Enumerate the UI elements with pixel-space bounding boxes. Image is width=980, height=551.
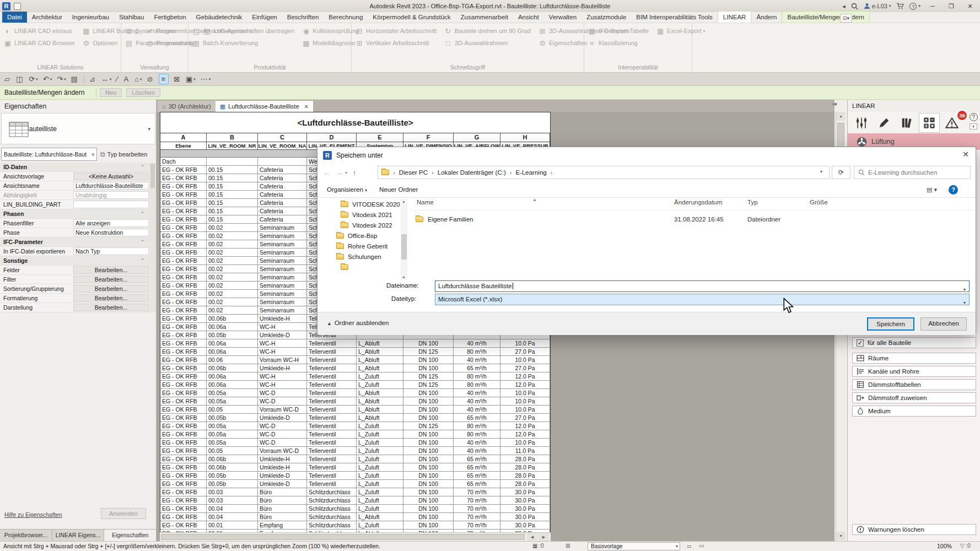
property-row[interactable]: DarstellungBearbeiten... [0, 303, 150, 312]
tab-linear-eigenschaften[interactable]: LINEAR Eigens... [52, 530, 105, 541]
daemmstofftabellen-button[interactable]: Dämmstofftabellen [852, 379, 976, 390]
ribbon-tab[interactable]: Zusatzmodule [581, 12, 631, 23]
property-row[interactable]: LIN_BUILDING_PART [0, 200, 150, 209]
linear-dropdown-icon[interactable]: ▼ [970, 123, 977, 129]
scroll-down-icon[interactable]: ▼ [836, 532, 846, 541]
linear-help-icon[interactable]: ? [970, 113, 978, 121]
property-row[interactable]: Sortierung/GruppierungBearbeiten... [0, 284, 150, 294]
folder-item[interactable]: VITODESK 2020 [320, 199, 401, 209]
ribbon-button[interactable]: ▦IFC-Import-Tabelle [588, 25, 650, 37]
ribbon-collapse-icon[interactable]: ⊡▾ [840, 14, 852, 23]
recent-locations-icon[interactable]: ▾ [345, 170, 347, 175]
save-icon[interactable]: ◫ [16, 75, 24, 83]
view-mode-icon[interactable]: ▤ ▾ [927, 186, 937, 193]
chevron-down-icon[interactable]: ▾ [148, 126, 150, 132]
new-folder-button[interactable]: Neuer Ordner [379, 186, 418, 193]
column-type[interactable]: Typ [747, 199, 758, 206]
ribbon-tab[interactable]: Architektur [27, 12, 67, 23]
default-3d-view-icon[interactable]: ⌂▾ [134, 75, 142, 83]
property-row[interactable]: AbhängigkeitUnabhängig [0, 191, 150, 200]
property-row[interactable]: In IFC-Datei exportierenNach Typ [0, 247, 150, 256]
column-letter[interactable]: B [207, 133, 258, 142]
design-options-select[interactable]: Basisvorlage▾ [588, 542, 680, 550]
column-letter[interactable]: H [500, 133, 550, 142]
ribbon-tab[interactable]: LINEAR [718, 11, 752, 23]
search-icon[interactable] [851, 3, 858, 10]
ribbon-button[interactable]: ◫Ansichtseigenschaften übertragen [192, 25, 296, 37]
text-icon[interactable]: A [123, 75, 130, 83]
checkbox-checked-icon[interactable]: ✓ [857, 339, 864, 347]
ribbon-tab[interactable]: Bauteilliste/Mengen ändern [782, 11, 869, 23]
separator[interactable] [84, 75, 84, 83]
scroll-up-icon[interactable]: ▲ [402, 199, 406, 203]
schedule-row[interactable]: EG - OK RFB00.06Vorraum WC-HTellerventil… [160, 356, 550, 364]
property-row[interactable]: FelderBearbeiten... [0, 266, 150, 275]
folder-item[interactable] [320, 262, 401, 272]
print-icon[interactable]: ▤ [71, 75, 79, 83]
ribbon-button[interactable]: ⊟Horizontaler Arbeitsschnitt [355, 25, 438, 37]
ribbon-button[interactable]: ▦Excel-Export▾ [656, 25, 705, 37]
chevron-down-icon[interactable]: ▾ [963, 298, 966, 308]
schedule-row[interactable]: EG - OK RFB00.03BüroSchlitzdurchlassL_Zu… [160, 496, 550, 505]
property-row[interactable]: PhasenfilterAlle anzeigen [0, 219, 150, 228]
ribbon-tab[interactable]: Körpermodell & Grundstück [368, 12, 455, 23]
detail-line-icon[interactable]: ∕ [116, 75, 119, 83]
scrollbar-thumb[interactable] [837, 123, 844, 148]
ribbon-tab[interactable]: Ändern [751, 12, 782, 23]
schedule-row[interactable]: EG - OK RFB00.04BüroSchlitzdurchlassL_Ab… [160, 513, 550, 521]
measure-icon[interactable]: ⊿ [89, 75, 96, 83]
property-row[interactable]: ID-Daten [0, 163, 150, 172]
scroll-up-icon[interactable]: ▲ [836, 112, 846, 121]
editing-requests-icon[interactable]: ▦ :0 [532, 543, 544, 549]
view-tab-overflow-icon[interactable]: ≡▾ [832, 101, 837, 107]
schedule-row[interactable]: EG - OK RFB00.05aWC-DTellerventilL_Zuluf… [160, 430, 550, 439]
app-store-cart-icon[interactable] [896, 3, 904, 9]
schedule-row[interactable]: EG - OK RFB00.05aWC-DTellerventilL_Zuluf… [160, 439, 550, 447]
schedule-row[interactable]: EG - OK RFB00.06bUmkleide-HTellerventilL… [160, 455, 550, 463]
schedule-row[interactable]: EG - OK RFB00.03BüroSchlitzdurchlassL_Zu… [160, 488, 550, 496]
ribbon-tab[interactable]: Fertigbeton [149, 12, 191, 23]
schedule-row[interactable]: EG - OK RFB00.05bUmkleide-DTellerventilL… [160, 480, 550, 488]
customize-qat-icon[interactable]: ⋯▾ [201, 75, 211, 83]
ribbon-tab[interactable]: Zusammenarbeit [456, 12, 513, 23]
library-books-icon[interactable] [896, 113, 917, 133]
property-row[interactable]: FormatierungBearbeiten... [0, 294, 150, 303]
medium-button[interactable]: Medium [852, 406, 976, 417]
property-row[interactable]: PhaseNeue Konstruktion [0, 228, 150, 237]
thin-lines-icon[interactable]: ≡ [159, 74, 169, 84]
horizontal-scrollbar[interactable]: ◀ ▶ [160, 532, 551, 541]
apply-button[interactable]: Anwenden [101, 508, 146, 519]
kanaele-und-rohre-button[interactable]: Kanäle und Rohre [852, 366, 976, 377]
scrollbar-thumb[interactable] [401, 234, 407, 260]
ribbon-tab[interactable]: Berechnung [324, 12, 368, 23]
calculation-grid-icon[interactable] [919, 113, 940, 133]
ribbon-button[interactable]: ▧Batch-Konvertierung [192, 37, 296, 49]
column-letter[interactable]: D [307, 133, 357, 142]
schedule-row[interactable]: EG - OK RFB00.05bUmkleide-DTellerventilL… [160, 472, 550, 480]
column-header[interactable]: LIN_VE_ROOM_NA [258, 142, 307, 150]
close-view-icon[interactable]: ✕ [304, 104, 309, 110]
worksets-icon[interactable]: ⊞ [566, 543, 570, 549]
schedule-row[interactable]: EG - OK RFB00.05aWC-DTellerventilL_Abluf… [160, 389, 550, 397]
breadcrumb-item[interactable]: Dieser PC [399, 169, 428, 176]
property-row[interactable]: IFC-Parameter [0, 237, 150, 247]
column-name[interactable]: Name [417, 199, 434, 206]
properties-help-link[interactable]: Hilfe zu Eigenschaften [4, 511, 62, 518]
ribbon-tab[interactable]: Verwalten [544, 12, 582, 23]
autohide-arrow-icon[interactable]: ◂ [842, 3, 846, 10]
back-icon[interactable]: ← [323, 169, 330, 177]
tab-eigenschaften[interactable]: Eigenschaften [104, 530, 157, 541]
tab-projektbrowser[interactable]: Projektbrowser... [0, 530, 52, 541]
up-icon[interactable]: ↑ [353, 169, 357, 177]
edit-type-button[interactable]: ⧉Typ bearbeiten [100, 149, 154, 160]
schedule-row[interactable]: EG - OK RFB00.06aWC-HTellerventilL_Abluf… [160, 339, 550, 348]
column-letter[interactable]: F [403, 133, 454, 142]
for-all-parts-checkbox[interactable]: ✓für alle Bauteile [852, 337, 976, 348]
ribbon-tab[interactable]: Stahlbau [114, 12, 149, 23]
folder-item[interactable]: Rohre Geberit [320, 241, 401, 251]
raeume-button[interactable]: Räume [852, 353, 976, 364]
column-header[interactable]: Ebene [160, 142, 207, 150]
schedule-row[interactable]: EG - OK RFB00.06bUmkleide-HTellerventilL… [160, 463, 550, 472]
schedule-row[interactable]: EG - OK RFB00.04BüroSchlitzdurchlassL_Zu… [160, 505, 550, 513]
scroll-down-icon[interactable]: ▼ [402, 276, 406, 279]
